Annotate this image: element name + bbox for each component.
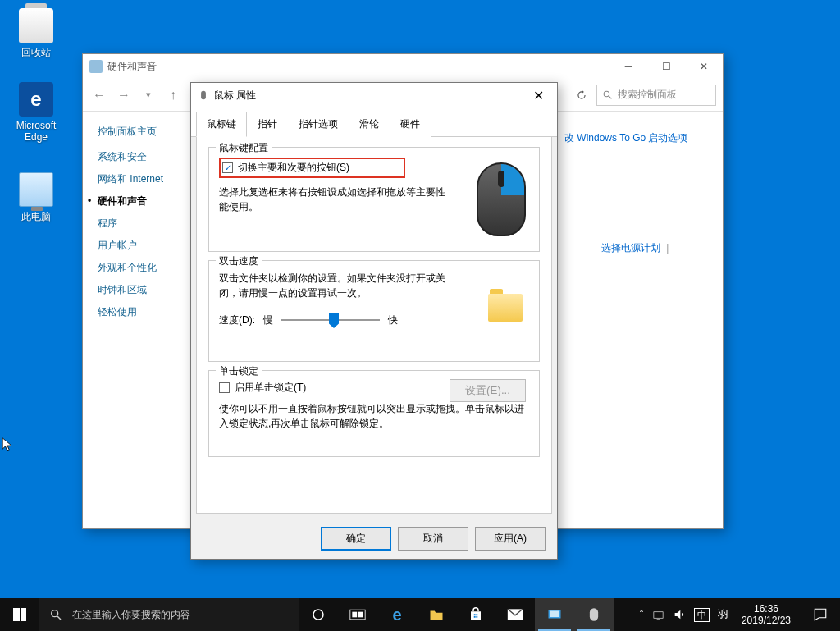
task-store[interactable] (456, 598, 495, 631)
taskbar-search-placeholder: 在这里输入你要搜索的内容 (72, 608, 190, 622)
svg-point-7 (313, 610, 323, 620)
svg-rect-13 (476, 614, 477, 615)
task-explorer[interactable] (417, 598, 456, 631)
tray-ime-mode[interactable]: 羽 (718, 607, 728, 622)
speed-label: 速度(D): (219, 313, 255, 327)
nav-forward-button[interactable]: → (114, 85, 134, 105)
dlg-content: 鼠标键配置 ✓ 切换主要和次要的按钮(S) 选择此复选框来将右按钮设成如选择和拖… (196, 137, 552, 514)
search-icon (602, 89, 613, 100)
button-config-help: 选择此复选框来将右按钮设成如选择和拖放等主要性能使用。 (219, 185, 449, 214)
tab-pointer-options[interactable]: 指针选项 (288, 112, 349, 137)
tray-notifications[interactable] (804, 598, 837, 631)
mouse-properties-dialog: 鼠标 属性 ✕ 鼠标键 指针 指针选项 滑轮 硬件 鼠标键配置 ✓ 切换主要和次… (190, 82, 558, 560)
tab-pointers[interactable]: 指针 (247, 112, 288, 137)
cp-sidebar: 控制面板主页 系统和安全 网络和 Internet 硬件和声音 程序 用户帐户 … (83, 112, 181, 528)
desktop-icon-edge[interactable]: e Microsoft Edge (5, 82, 67, 143)
dlg-title: 鼠标 属性 (214, 89, 256, 103)
checkbox-icon: ✓ (222, 162, 233, 173)
start-button[interactable] (0, 598, 39, 631)
svg-rect-9 (352, 612, 357, 618)
sidebar-link-network[interactable]: 网络和 Internet (98, 172, 181, 186)
nav-back-button[interactable]: ← (89, 85, 109, 105)
task-mouse-settings[interactable] (574, 598, 614, 631)
svg-rect-20 (654, 611, 663, 618)
tab-buttons[interactable]: 鼠标键 (196, 112, 247, 137)
slider-thumb[interactable] (329, 313, 339, 328)
taskbar: 在这里输入你要搜索的内容 e ˄ 中 羽 16:36 2019/12/23 (0, 598, 840, 631)
cp-titlebar[interactable]: 硬件和声音 ─ ☐ ✕ (83, 54, 723, 79)
svg-point-2 (604, 91, 609, 97)
apply-button[interactable]: 应用(A) (475, 527, 546, 551)
dlg-tabs: 鼠标键 指针 指针选项 滑轮 硬件 (191, 107, 557, 137)
mouse-icon (198, 89, 209, 101)
swap-buttons-label: 切换主要和次要的按钮(S) (238, 161, 349, 175)
folder-test-icon[interactable] (488, 294, 523, 322)
cp-title-icon (89, 60, 103, 73)
task-taskview[interactable] (338, 598, 377, 631)
sidebar-link-ease-access[interactable]: 轻松使用 (98, 305, 181, 319)
cp-maximize-button[interactable]: ☐ (647, 54, 685, 79)
tray-time: 16:36 (742, 603, 791, 615)
click-lock-help: 使你可以不用一直按着鼠标按钮就可以突出显示或拖拽。单击鼠标以进入锁定状态,再次单… (219, 401, 529, 431)
tab-hardware[interactable]: 硬件 (390, 112, 431, 137)
mouse-illustration (477, 162, 526, 236)
cp-search-box[interactable]: 搜索控制面板 (596, 85, 716, 106)
desktop-icon-recycle-bin[interactable]: 回收站 (5, 8, 67, 60)
tray-chevron-up-icon[interactable]: ˄ (639, 609, 644, 620)
cp-close-button[interactable]: ✕ (685, 54, 723, 79)
tray-volume-icon[interactable] (673, 608, 686, 621)
double-click-help: 双击文件夹以检测你的设置。如果文件夹没打开或关闭，请用慢一点的设置再试一次。 (219, 271, 449, 300)
sidebar-link-programs[interactable]: 程序 (98, 217, 181, 231)
sidebar-link-accounts[interactable]: 用户帐户 (98, 239, 181, 253)
refresh-button[interactable] (572, 85, 591, 105)
legend-click-lock: 单击锁定 (216, 364, 262, 378)
refresh-icon (576, 89, 587, 101)
task-cortana[interactable] (299, 598, 338, 631)
svg-rect-14 (474, 616, 476, 618)
link-power-plan[interactable]: 选择电源计划 (601, 242, 660, 254)
group-double-click: 双击速度 双击文件夹以检测你的设置。如果文件夹没打开或关闭，请用慢一点的设置再试… (208, 260, 540, 362)
link-windows-to-go[interactable]: 改 Windows To Go 启动选项 (564, 131, 687, 145)
sidebar-link-appearance[interactable]: 外观和个性化 (98, 261, 181, 275)
tray-network-icon[interactable] (652, 609, 664, 621)
tray-clock[interactable]: 16:36 2019/12/23 (737, 603, 796, 627)
task-edge[interactable]: e (377, 598, 417, 631)
tray-ime-lang[interactable]: 中 (694, 608, 710, 622)
search-icon (49, 608, 62, 621)
taskbar-items: e (299, 598, 614, 631)
dlg-button-row: 确定 取消 应用(A) (191, 519, 557, 559)
recycle-bin-label: 回收站 (5, 46, 67, 60)
cancel-button[interactable]: 取消 (398, 527, 468, 551)
svg-rect-19 (590, 608, 598, 620)
ok-button[interactable]: 确定 (321, 527, 391, 551)
sidebar-link-hardware-sound[interactable]: 硬件和声音 (98, 194, 181, 208)
nav-up-button[interactable]: ↑ (163, 85, 183, 105)
desktop-icon-this-pc[interactable]: 此电脑 (5, 172, 67, 224)
svg-point-5 (52, 610, 58, 617)
svg-rect-15 (476, 616, 477, 618)
swap-buttons-checkbox[interactable]: ✓ 切换主要和次要的按钮(S) (222, 161, 349, 175)
tab-wheel[interactable]: 滑轮 (349, 112, 390, 137)
checkbox-icon: ✓ (219, 382, 230, 393)
cp-title: 硬件和声音 (107, 60, 157, 74)
svg-rect-18 (550, 611, 559, 618)
sidebar-link-clock-region[interactable]: 时钟和区域 (98, 283, 181, 297)
svg-line-3 (609, 96, 611, 98)
task-mail[interactable] (495, 598, 535, 631)
taskbar-search[interactable]: 在这里输入你要搜索的内容 (39, 598, 299, 631)
highlight-box: ✓ 切换主要和次要的按钮(S) (219, 158, 405, 178)
dlg-titlebar[interactable]: 鼠标 属性 ✕ (191, 83, 557, 107)
cp-minimize-button[interactable]: ─ (609, 54, 647, 79)
legend-double-click: 双击速度 (216, 254, 262, 268)
svg-rect-12 (474, 614, 476, 615)
nav-recent-button[interactable]: ▾ (139, 85, 158, 105)
speed-slow: 慢 (263, 313, 273, 327)
speed-slider[interactable] (281, 312, 380, 328)
task-control-panel[interactable] (535, 598, 574, 631)
sidebar-link-system-security[interactable]: 系统和安全 (98, 150, 181, 164)
group-button-config: 鼠标键配置 ✓ 切换主要和次要的按钮(S) 选择此复选框来将右按钮设成如选择和拖… (208, 147, 540, 252)
cp-sidebar-heading[interactable]: 控制面板主页 (98, 125, 181, 139)
windows-logo-icon (13, 608, 26, 621)
dlg-close-button[interactable]: ✕ (519, 83, 557, 107)
svg-rect-4 (201, 91, 206, 100)
